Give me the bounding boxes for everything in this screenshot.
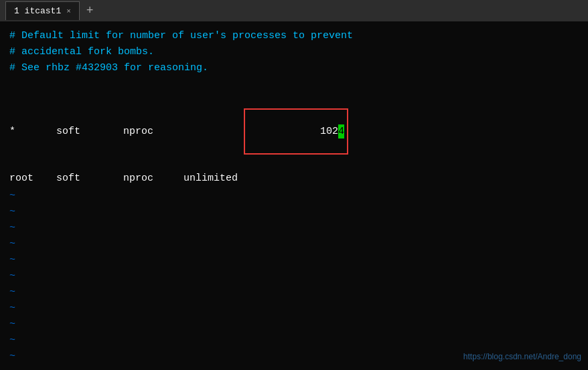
tilde-lines: ~ ~ ~ ~ ~ ~ ~ ~ ~ ~ ~ ~ (9, 188, 579, 370)
tilde-6: ~ (9, 268, 579, 284)
terminal-body: # Default limit for number of user's pro… (0, 21, 588, 370)
type-soft-2: soft (56, 171, 123, 187)
data-row-1: * soft nproc 1024 (9, 92, 579, 171)
comment-line-3: # See rhbz #432903 for reasoning. (9, 60, 579, 76)
tilde-7: ~ (9, 284, 579, 300)
value-1024: 1024 (183, 92, 348, 171)
value-unlimited: unlimited (183, 171, 238, 187)
domain-root: root (9, 171, 56, 187)
watermark: https://blog.csdn.net/Andre_dong (463, 351, 581, 363)
comment-line-1: # Default limit for number of user's pro… (9, 28, 579, 44)
cursor: 4 (338, 124, 344, 138)
item-nproc-2: nproc (123, 171, 183, 187)
tilde-5: ~ (9, 252, 579, 268)
titlebar: 1 itcast1 × + (0, 0, 588, 21)
tilde-1: ~ (9, 188, 579, 204)
tilde-12: ~ (9, 365, 579, 370)
domain-star: * (9, 124, 56, 140)
comment-line-2: # accidental fork bombs. (9, 44, 579, 60)
tab-itcast1[interactable]: 1 itcast1 × (5, 1, 80, 20)
data-row-2: root soft nproc unlimited (9, 171, 579, 187)
tilde-9: ~ (9, 316, 579, 333)
type-soft-1: soft (56, 124, 123, 140)
blank-line (9, 76, 579, 92)
tab-label: 1 itcast1 (14, 6, 61, 16)
tilde-4: ~ (9, 236, 579, 252)
item-nproc-1: nproc (123, 124, 183, 140)
tilde-2: ~ (9, 204, 579, 220)
content-area: # Default limit for number of user's pro… (9, 28, 579, 370)
highlight-box: 1024 (244, 108, 348, 155)
new-tab-button[interactable]: + (82, 3, 98, 19)
value-pre-cursor: 102 (320, 126, 338, 137)
terminal-window: 1 itcast1 × + # Default limit for number… (0, 0, 588, 370)
close-icon[interactable]: × (66, 7, 71, 15)
tilde-3: ~ (9, 220, 579, 236)
tilde-8: ~ (9, 300, 579, 316)
tilde-10: ~ (9, 333, 579, 349)
